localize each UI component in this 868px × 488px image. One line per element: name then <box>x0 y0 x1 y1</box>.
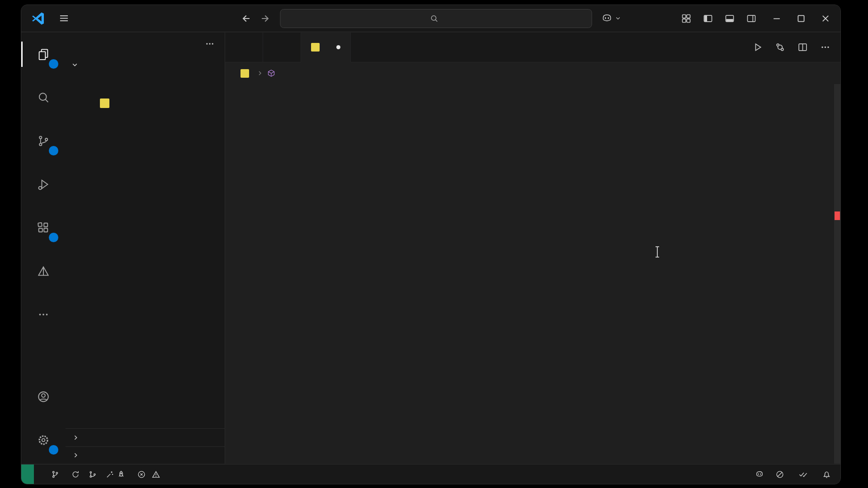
copilot-icon <box>755 470 764 479</box>
file-style-css[interactable] <box>66 113 225 132</box>
html-file-icon <box>235 43 244 52</box>
editor-scrollbar[interactable] <box>834 84 840 464</box>
eol-selector[interactable] <box>722 465 734 484</box>
account-button[interactable] <box>21 375 66 418</box>
outline-section[interactable] <box>66 428 225 446</box>
minimize-button[interactable] <box>772 14 782 23</box>
js-file-icon <box>311 43 320 52</box>
editor-group <box>225 33 840 464</box>
copilot-icon <box>601 13 613 24</box>
cursor-position[interactable] <box>687 465 699 484</box>
file-index-html[interactable] <box>66 74 225 94</box>
activity-bar <box>21 33 66 464</box>
command-center-search[interactable] <box>280 9 592 28</box>
activity-run-debug[interactable] <box>21 163 66 206</box>
explorer-sidebar <box>66 33 225 464</box>
copilot-menu[interactable] <box>601 13 622 24</box>
sync-button[interactable] <box>67 465 84 484</box>
circle-slash-icon <box>776 470 784 479</box>
timeline-section[interactable] <box>66 446 225 464</box>
title-bar <box>21 5 840 32</box>
error-icon <box>137 470 146 479</box>
more-actions-icon[interactable] <box>820 42 830 52</box>
activity-more[interactable] <box>21 293 66 336</box>
indentation-selector[interactable] <box>699 465 711 484</box>
close-button[interactable] <box>821 14 830 23</box>
notifications-button[interactable] <box>816 465 837 484</box>
language-selector[interactable] <box>734 465 749 484</box>
chevron-right-icon <box>72 451 80 459</box>
vscode-logo <box>31 11 46 26</box>
git-graph-icon <box>89 470 97 479</box>
tab-script-js[interactable] <box>301 33 351 62</box>
split-editor-icon[interactable] <box>797 42 808 52</box>
encoding-selector[interactable] <box>711 465 722 484</box>
breadcrumb-symbol[interactable] <box>267 69 279 77</box>
unsaved-dot[interactable] <box>336 45 340 49</box>
run-file-icon[interactable] <box>752 42 763 52</box>
chevron-right-icon <box>72 434 80 441</box>
prism-icon <box>37 264 50 278</box>
bell-icon <box>822 470 831 479</box>
activity-explorer[interactable] <box>21 33 66 76</box>
tab-bar <box>225 33 840 62</box>
css-file-icon <box>100 118 109 127</box>
activity-search[interactable] <box>21 76 66 119</box>
tab-index-html[interactable] <box>225 33 263 62</box>
settings-button[interactable] <box>21 418 66 462</box>
git-graph-button[interactable] <box>84 465 101 484</box>
copilot-status-button[interactable] <box>749 465 770 484</box>
chevron-down-icon <box>615 15 622 22</box>
back-arrow-icon[interactable] <box>241 13 251 24</box>
git-branch-item[interactable] <box>47 465 67 484</box>
workspace-folder[interactable] <box>66 55 225 74</box>
account-icon <box>37 390 50 404</box>
js-file-icon <box>100 99 109 108</box>
activity-source-control[interactable] <box>21 119 66 163</box>
overview-error-marker <box>835 211 840 220</box>
remote-indicator[interactable] <box>21 465 34 484</box>
open-changes-icon[interactable] <box>775 42 785 52</box>
formatter-button[interactable] <box>793 465 816 484</box>
port-forward-button[interactable] <box>770 465 793 484</box>
settings-badge <box>49 445 58 455</box>
warning-icon <box>152 470 160 479</box>
js-file-icon <box>241 69 249 78</box>
source-control-icon <box>37 134 50 148</box>
mouse-ibeam-cursor <box>654 246 661 261</box>
extensions-badge <box>49 233 58 242</box>
double-check-icon <box>799 470 807 479</box>
explorer-actions-icon[interactable] <box>205 39 215 49</box>
activity-prism[interactable] <box>21 249 66 293</box>
css-file-icon <box>273 43 282 52</box>
chevron-right-icon <box>256 70 264 77</box>
chevron-down-icon <box>71 61 79 69</box>
maximize-button[interactable] <box>796 14 806 23</box>
search-icon <box>430 14 438 23</box>
symbol-cube-icon <box>267 69 275 77</box>
file-script-js[interactable] <box>66 94 225 113</box>
toggle-panel-icon[interactable] <box>725 14 735 23</box>
launchpad-button[interactable] <box>101 465 133 484</box>
branch-icon <box>51 470 59 479</box>
tab-style-css[interactable] <box>263 33 301 62</box>
menu-hamburger-icon[interactable] <box>58 13 70 24</box>
sync-icon <box>71 470 80 479</box>
extensions-icon <box>37 221 50 235</box>
rocket-icon <box>117 470 125 479</box>
code-area[interactable] <box>225 84 840 464</box>
status-bar <box>21 464 840 484</box>
breadcrumbs <box>225 62 840 84</box>
customize-layout-icon[interactable] <box>681 14 691 23</box>
toggle-primary-sidebar-icon[interactable] <box>703 14 713 23</box>
forward-arrow-icon[interactable] <box>260 13 271 24</box>
files-icon <box>37 47 50 61</box>
vscode-window <box>21 5 841 484</box>
html-file-icon <box>100 79 109 89</box>
scm-badge <box>49 146 58 155</box>
explorer-badge <box>49 59 58 69</box>
toggle-secondary-sidebar-icon[interactable] <box>746 14 756 23</box>
problems-button[interactable] <box>133 465 168 484</box>
activity-extensions[interactable] <box>21 206 66 249</box>
breadcrumb-file[interactable] <box>241 69 253 78</box>
